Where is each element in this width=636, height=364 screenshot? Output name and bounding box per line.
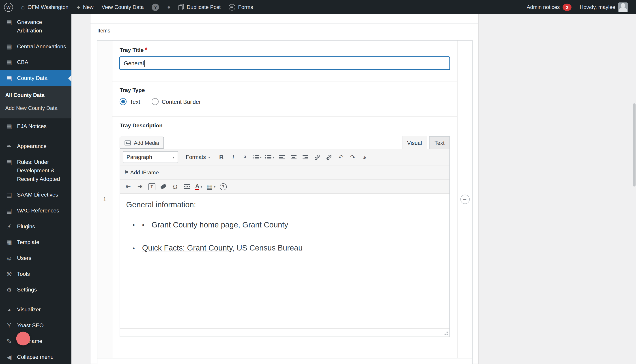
add-iframe-button[interactable]: ⚑ Add IFrame [123, 168, 160, 177]
sidebar-subitem-add-new-county-data[interactable]: Add New County Data [0, 102, 72, 115]
numbered-list-icon [265, 155, 271, 160]
grant-county-home-link[interactable]: Grant County home page [152, 220, 238, 229]
chevron-down-icon: ▾ [173, 155, 175, 159]
forms-icon [229, 4, 235, 10]
tray-type-options: Text Content Builder [120, 98, 450, 105]
sidebar-item-rules[interactable]: ▤ Rules: Under Development & Recently Ad… [0, 154, 72, 187]
sidebar-item-template[interactable]: ▦ Template [0, 234, 72, 250]
user-icon: ☺ [5, 254, 13, 262]
align-left-button[interactable] [277, 152, 287, 162]
toolbar-row-2: ⚑ Add IFrame [120, 166, 449, 180]
formats-dropdown[interactable]: Formats ▾ [183, 152, 213, 162]
scrollbar-thumb[interactable] [633, 104, 636, 186]
sidebar-item-saam-directives[interactable]: ▤ SAAM Directives [0, 187, 72, 203]
site-name-link[interactable]: ⌂ OFM Washington [17, 0, 73, 14]
editor-content[interactable]: General information: ••Grant County home… [120, 194, 449, 328]
clear-formatting-button[interactable] [158, 182, 169, 191]
avatar [618, 2, 628, 12]
add-media-button[interactable]: Add Media [120, 136, 164, 149]
sidebar-subitem-all-county-data[interactable]: All County Data [0, 89, 72, 102]
align-right-button[interactable] [300, 152, 311, 162]
status-dot-button[interactable]: ● [163, 0, 175, 14]
insert-chart-button[interactable]: ◕ [359, 152, 370, 162]
sidebar-item-county-data[interactable]: ▤ County Data [0, 70, 72, 86]
wp-logo-button[interactable]: W [0, 0, 17, 14]
table-button[interactable]: ▦▾ [205, 182, 217, 191]
sidebar-item-yoast-seo[interactable]: Y Yoast SEO [0, 318, 72, 333]
tab-text[interactable]: Text [429, 136, 450, 149]
sidebar-item-tools[interactable]: ⚒ Tools [0, 266, 72, 282]
radio-option-text[interactable]: Text [120, 98, 140, 105]
radio-unchecked-icon[interactable] [152, 98, 159, 105]
unlink-button[interactable] [324, 152, 334, 162]
special-character-button[interactable]: Ω [170, 182, 181, 191]
sidebar-item-eja-notices[interactable]: ▤ EJA Notices [0, 118, 72, 134]
paragraph-dropdown[interactable]: Paragraph ▾ [123, 151, 178, 163]
help-button[interactable]: ? [218, 182, 228, 191]
new-content-button[interactable]: + New [73, 0, 98, 14]
row-drag-handle[interactable]: 1 [98, 40, 113, 358]
tab-visual[interactable]: Visual [402, 136, 427, 149]
sidebar-item-wac-references[interactable]: ▤ WAC References [0, 203, 72, 219]
items-field-label: Items [98, 28, 110, 34]
bullet-list-button[interactable]: ▾ [252, 152, 263, 162]
text-color-button[interactable]: A▾ [194, 182, 204, 191]
sidebar-item-username[interactable]: ✎ Username [0, 333, 72, 349]
editor-statusbar [120, 328, 449, 336]
minus-icon: − [463, 196, 467, 203]
redo-button[interactable]: ↷ [347, 152, 358, 162]
tray-title-value: General [124, 60, 144, 66]
tray-title-input[interactable]: General [120, 57, 450, 70]
sidebar-item-users[interactable]: ☺ Users [0, 250, 72, 266]
unlink-icon [326, 154, 332, 160]
align-right-icon [303, 155, 308, 160]
help-icon: ? [220, 183, 227, 190]
bold-icon: B [219, 154, 224, 160]
sidebar-item-visualizer[interactable]: ◕ Visualizer [0, 302, 72, 318]
table-icon: ▦ [207, 183, 213, 190]
radio-checked-icon[interactable] [120, 98, 127, 105]
sidebar-item-cba[interactable]: ▤ CBA [0, 54, 72, 70]
field-tray-description: Tray Description Add Media Visual [113, 117, 457, 348]
items-panel: Items 1 Tray Title* General [90, 14, 479, 364]
collapse-menu-button[interactable]: ◀ Collapse menu [0, 349, 72, 364]
my-account-button[interactable]: Howdy, maylee [575, 2, 632, 12]
editor-paragraph: General information: [126, 199, 443, 210]
chevron-down-icon: ▾ [201, 184, 202, 188]
howdy-label: Howdy, maylee [579, 4, 615, 10]
forms-menu-button[interactable]: Forms [225, 0, 257, 14]
remove-row-button[interactable]: − [460, 194, 470, 204]
indent-button[interactable]: ⇥ [135, 182, 145, 191]
sidebar-item-settings[interactable]: ⚙ Settings [0, 282, 72, 298]
align-center-button[interactable] [288, 152, 299, 162]
bold-button[interactable]: B [216, 152, 227, 162]
sidebar-item-grievance-arbitration[interactable]: ▤ Grievance Arbitration [0, 14, 72, 38]
add-iframe-label: Add IFrame [130, 169, 159, 175]
quick-facts-link[interactable]: Quick Facts: Grant County, [142, 244, 234, 252]
wordpress-logo-icon: W [4, 3, 13, 12]
repeater-row-1: 1 Tray Title* General [98, 40, 472, 358]
link-button[interactable] [312, 152, 322, 162]
undo-button[interactable]: ↶ [336, 152, 346, 162]
outdent-button[interactable]: ⇤ [123, 182, 134, 191]
numbered-list-button[interactable]: ▾ [264, 152, 275, 162]
list-item-text: US Census Bureau [235, 244, 303, 252]
italic-button[interactable]: I [228, 152, 239, 162]
sidebar-item-central-annexations[interactable]: ▤ Central Annexations [0, 38, 72, 54]
yoast-menu-button[interactable]: Y [148, 0, 163, 14]
text-color-icon: A [195, 183, 199, 190]
page-break-button[interactable] [182, 182, 192, 191]
formats-dropdown-label: Formats [186, 154, 206, 160]
tray-type-label: Tray Type [120, 87, 450, 93]
radio-option-content-builder[interactable]: Content Builder [152, 98, 201, 105]
sidebar-item-appearance[interactable]: ✒ Appearance [0, 138, 72, 154]
post-type-icon: ▤ [5, 74, 13, 82]
duplicate-post-button[interactable]: Duplicate Post [175, 0, 225, 14]
resize-grabber[interactable] [446, 334, 448, 335]
paste-as-text-button[interactable]: T [147, 182, 157, 191]
sidebar-item-plugins[interactable]: ⚡ Plugins [0, 218, 72, 234]
admin-notices-button[interactable]: Admin notices 2 [523, 3, 576, 11]
view-county-data-link[interactable]: View County Data [98, 0, 148, 14]
help-beacon-button[interactable] [16, 332, 30, 346]
blockquote-button[interactable]: “ [240, 152, 250, 162]
